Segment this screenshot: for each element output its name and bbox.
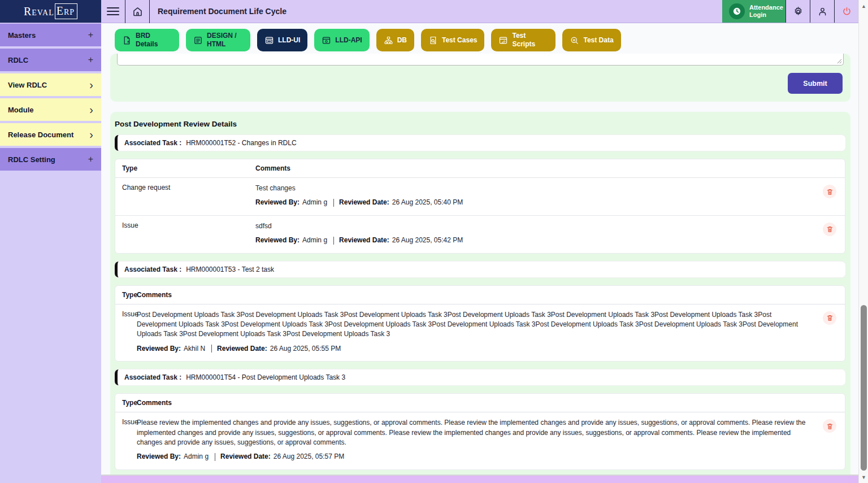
row-actions bbox=[814, 310, 845, 354]
row-actions bbox=[814, 184, 845, 208]
sidebar-item-rdlc-setting[interactable]: RDLC Setting + bbox=[0, 148, 101, 171]
chevron-right-icon: › bbox=[89, 79, 93, 90]
resize-handle[interactable] bbox=[837, 59, 842, 64]
user-icon bbox=[817, 6, 828, 17]
design-list-icon bbox=[193, 36, 203, 45]
attendance-login-button[interactable]: Attendance Login bbox=[722, 0, 785, 23]
reviewed-by-value: Admin g bbox=[184, 452, 209, 462]
submit-row: Submit bbox=[117, 66, 844, 94]
main-content: BRD Details DESIGN / HTML LLD-UI LLD-API… bbox=[101, 23, 858, 483]
tab-label: LLD-API bbox=[335, 36, 362, 45]
reviewed-line: Reviewed By: Admin g Reviewed Date: 26 A… bbox=[255, 236, 811, 245]
tab-label: DB bbox=[397, 36, 407, 45]
window-edit-icon bbox=[498, 36, 508, 45]
divider bbox=[333, 199, 334, 207]
comment-submit-card: Submit bbox=[110, 54, 850, 102]
reviewed-by-value: Akhil N bbox=[184, 344, 205, 354]
settings-button[interactable] bbox=[785, 0, 810, 23]
reviewed-date-label: Reviewed Date: bbox=[339, 236, 389, 245]
tab-test-scripts[interactable]: Test Scripts bbox=[491, 29, 555, 51]
sidebar-item-view-rdlc[interactable]: View RDLC › bbox=[0, 73, 101, 96]
top-bar-right: Attendance Login bbox=[722, 0, 858, 23]
bottom-strip bbox=[101, 475, 858, 483]
delete-button[interactable] bbox=[823, 185, 836, 198]
hamburger-icon bbox=[107, 5, 119, 18]
sitemap-icon bbox=[384, 36, 393, 45]
col-header-type: Type bbox=[115, 399, 137, 407]
comment-text: sdfsd bbox=[255, 221, 811, 231]
scrollbar-thumb[interactable] bbox=[861, 305, 867, 471]
delete-button[interactable] bbox=[823, 223, 836, 236]
associated-task-value: HRM000001T54 - Post Development Uploads … bbox=[186, 373, 345, 381]
scroll-down-arrow-icon[interactable]: ▼ bbox=[859, 472, 868, 482]
api-window-icon bbox=[322, 36, 331, 45]
sidebar-item-label: Release Document bbox=[8, 130, 73, 139]
sidebar-item-rdlc[interactable]: RDLC + bbox=[0, 49, 101, 71]
submit-button[interactable]: Submit bbox=[788, 73, 843, 94]
app-logo-text: RevalErp bbox=[24, 3, 77, 19]
sidebar-item-label: RDLC bbox=[8, 56, 28, 64]
doc-search-icon bbox=[428, 36, 438, 45]
chevron-right-icon: › bbox=[89, 129, 93, 140]
logout-button[interactable] bbox=[834, 0, 858, 23]
reviewed-line: Reviewed By: Admin g Reviewed Date: 26 A… bbox=[255, 198, 811, 207]
review-table: Type Comments Issue Post Development Upl… bbox=[115, 285, 845, 362]
col-header-type: Type bbox=[115, 291, 137, 299]
tab-db[interactable]: DB bbox=[376, 29, 414, 51]
attendance-clock-icon bbox=[729, 3, 745, 19]
comment-text: Please review the implemented changes an… bbox=[137, 418, 811, 447]
associated-task-value: HRM000001T52 - Changes in RDLC bbox=[186, 139, 296, 147]
reviewed-date-label: Reviewed Date: bbox=[220, 452, 271, 462]
associated-task-bar: Associated Task : HRM000001T52 - Changes… bbox=[115, 135, 845, 151]
comment-text: Test changes bbox=[255, 184, 811, 193]
power-icon bbox=[841, 6, 852, 17]
tab-label: Test Scripts bbox=[512, 32, 548, 49]
tab-brd-details[interactable]: BRD Details bbox=[115, 29, 179, 51]
reviewed-line: Reviewed By: Admin g Reviewed Date: 26 A… bbox=[137, 452, 811, 462]
trash-icon bbox=[826, 423, 834, 430]
reviewed-date-label: Reviewed Date: bbox=[217, 344, 267, 354]
logo-part-2: Erp bbox=[55, 3, 77, 19]
hamburger-menu-button[interactable] bbox=[101, 0, 125, 23]
tab-lld-ui[interactable]: LLD-UI bbox=[257, 29, 307, 51]
comment-text: Post Development Uploads Task 3Post Deve… bbox=[137, 310, 811, 340]
sidebar-item-label: RDLC Setting bbox=[8, 155, 55, 164]
scroll-up-arrow-icon[interactable]: ▲ bbox=[859, 1, 868, 11]
tab-design-html[interactable]: DESIGN / HTML bbox=[186, 29, 250, 51]
sidebar-item-module[interactable]: Module › bbox=[0, 98, 101, 121]
row-comments: Post Development Uploads Task 3Post Deve… bbox=[137, 310, 814, 354]
review-table: Type Comments Issue Please review the im… bbox=[115, 393, 845, 470]
trash-icon bbox=[826, 225, 834, 233]
sidebar-item-release-document[interactable]: Release Document › bbox=[0, 123, 101, 146]
delete-button[interactable] bbox=[823, 419, 836, 433]
post-development-review-card: Post Development Review Details Associat… bbox=[110, 112, 850, 479]
tab-test-data[interactable]: Test Data bbox=[562, 29, 620, 51]
app-logo[interactable]: RevalErp bbox=[0, 0, 101, 23]
logo-part-1: Reval bbox=[24, 5, 54, 18]
reviewed-by-label: Reviewed By: bbox=[137, 452, 181, 462]
profile-button[interactable] bbox=[810, 0, 834, 23]
delete-button[interactable] bbox=[823, 311, 836, 325]
associated-task-bar: Associated Task : HRM000001T54 - Post De… bbox=[115, 369, 845, 385]
row-type: Change request bbox=[115, 184, 255, 208]
row-type: Issue bbox=[115, 310, 137, 354]
chevron-right-icon: › bbox=[89, 104, 93, 115]
tab-bar: BRD Details DESIGN / HTML LLD-UI LLD-API… bbox=[115, 29, 858, 51]
vertical-scrollbar[interactable]: ▲ ▼ bbox=[858, 0, 868, 483]
home-button[interactable] bbox=[125, 0, 149, 23]
sidebar: Masters + RDLC + View RDLC › Module › Re… bbox=[0, 23, 101, 483]
tab-label: BRD Details bbox=[136, 32, 172, 49]
sidebar-item-masters[interactable]: Masters + bbox=[0, 24, 101, 46]
tab-test-cases[interactable]: Test Cases bbox=[421, 29, 484, 51]
associated-task-bar: Associated Task : HRM000001T53 - Test 2 … bbox=[115, 262, 845, 277]
row-actions bbox=[814, 418, 845, 462]
tab-lld-api[interactable]: LLD-API bbox=[314, 29, 369, 51]
row-comments: Test changes Reviewed By: Admin g Review… bbox=[255, 184, 814, 208]
table-row: Issue sdfsd Reviewed By: Admin g Reviewe… bbox=[115, 215, 845, 253]
col-header-comments: Comments bbox=[137, 399, 814, 407]
reviewed-date-value: 26 Aug 2025, 05:42 PM bbox=[392, 236, 463, 245]
comment-textarea[interactable] bbox=[117, 54, 844, 66]
row-type: Issue bbox=[115, 221, 255, 246]
associated-task-label: Associated Task : bbox=[124, 266, 181, 273]
reviewed-by-value: Admin g bbox=[302, 198, 327, 207]
